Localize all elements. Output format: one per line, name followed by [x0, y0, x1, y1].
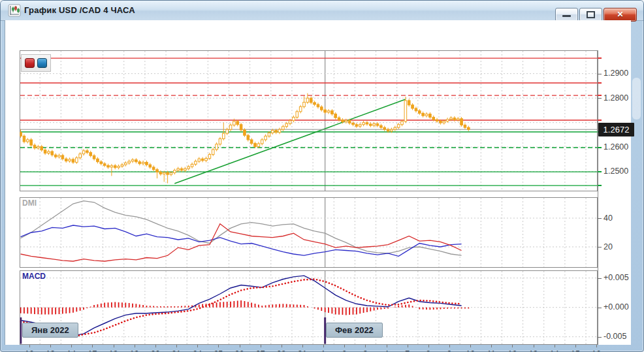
date-label: 31: [298, 349, 307, 352]
title-bar[interactable]: График USD /CAD 4 ЧАСА ✕: [1, 1, 643, 21]
axis-tick: [50, 345, 51, 347]
axis-tick: [598, 98, 602, 99]
date-label: 1: [321, 349, 326, 352]
axis-tick: [218, 345, 219, 347]
axis-tick: [428, 345, 429, 347]
date-label: 16: [592, 349, 601, 352]
price-label: 1.2800: [604, 93, 635, 103]
close-icon: ✕: [604, 8, 636, 20]
level-tick: [598, 185, 602, 186]
axis-tick: [71, 345, 72, 347]
axis-tick: [365, 345, 366, 347]
date-label: 27: [256, 349, 265, 352]
level-tick: [598, 120, 602, 121]
axis-tick: [534, 345, 534, 347]
close-button[interactable]: ✕: [604, 8, 637, 22]
date-label: 13: [46, 349, 55, 352]
level-tick: [598, 57, 602, 59]
current-price-tag: 1.2672: [598, 123, 634, 136]
date-label: 10: [466, 349, 475, 352]
maximize-button[interactable]: [579, 8, 602, 22]
dmi-panel[interactable]: [20, 197, 598, 268]
price-label: 1.2900: [604, 69, 635, 78]
axis-tick: [240, 345, 240, 347]
date-label: 8: [426, 349, 430, 352]
chart-toolbar: [21, 54, 51, 72]
axis-tick: [598, 308, 602, 308]
axis-tick: [598, 247, 602, 248]
date-label: 12: [25, 349, 34, 352]
date-label: 15: [571, 349, 580, 352]
maximize-icon: [587, 11, 595, 18]
price-label: 1.2500: [604, 167, 635, 176]
axis-tick: [387, 345, 387, 347]
axis-tick: [408, 345, 408, 347]
date-label: 20: [151, 349, 160, 352]
axis-tick: [344, 345, 345, 347]
macd-axis-label: -0.005: [604, 332, 635, 341]
date-label: 28: [277, 349, 286, 352]
axis-tick: [598, 74, 602, 74]
date-label: 14: [67, 349, 76, 352]
axis-tick: [598, 218, 602, 219]
axis-tick: [261, 345, 261, 347]
minimize-button[interactable]: [555, 8, 578, 22]
date-label: 19: [130, 349, 139, 352]
axis-tick: [470, 345, 471, 347]
date-label: 4: [384, 349, 389, 352]
minimize-icon: [562, 15, 571, 17]
level-tick: [598, 171, 602, 172]
month-badge-feb: Фев 2022: [326, 323, 383, 338]
date-label: 7: [405, 349, 410, 352]
price-panel[interactable]: [20, 50, 598, 191]
date-label: 3: [363, 349, 368, 352]
axis-tick: [114, 345, 114, 347]
blue-marker-button[interactable]: [37, 58, 47, 68]
date-label: 14: [550, 349, 559, 352]
date-label: 9: [447, 349, 452, 352]
level-tick: [598, 95, 602, 96]
macd-panel[interactable]: [20, 270, 598, 345]
chart-window: График USD /CAD 4 ЧАСА ✕ DMI MACD Янв 20…: [0, 0, 644, 352]
dmi-axis-label: 20: [604, 242, 635, 251]
axis-tick: [29, 345, 30, 347]
axis-tick: [92, 345, 93, 347]
date-label: 18: [109, 349, 118, 352]
axis-tick: [598, 278, 602, 279]
date-label: 17: [88, 349, 97, 352]
date-label: 25: [214, 349, 223, 352]
candlestick-chart-icon: [8, 4, 21, 17]
window-border-highlight: [632, 78, 641, 120]
date-label: 24: [193, 349, 202, 352]
axis-tick: [512, 345, 513, 347]
axis-tick: [449, 345, 450, 347]
axis-tick: [323, 345, 324, 347]
window-title: График USD /CAD 4 ЧАСА: [24, 1, 135, 20]
axis-tick: [135, 345, 135, 347]
macd-axis-label: +0.000: [604, 302, 635, 312]
dmi-axis-label: 40: [604, 214, 635, 223]
axis-tick: [282, 345, 282, 347]
chart-content: DMI MACD Янв 2022 Фев 2022 1.2672 1.2900…: [5, 20, 631, 345]
level-tick: [598, 82, 602, 84]
level-tick: [598, 147, 602, 148]
date-label: 2: [342, 349, 347, 352]
axis-tick: [155, 345, 156, 347]
month-badge-jan: Янв 2022: [22, 323, 78, 338]
macd-axis-label: +0.005: [604, 273, 635, 282]
axis-tick: [197, 345, 198, 347]
red-marker-button[interactable]: [25, 58, 35, 68]
axis-tick: [575, 345, 576, 347]
price-label: 1.2600: [604, 142, 635, 152]
axis-tick: [176, 345, 177, 347]
macd-label: MACD: [22, 272, 46, 281]
date-label: 11: [487, 349, 496, 352]
axis-tick: [302, 345, 303, 347]
date-label: 12: [507, 349, 517, 352]
axis-tick: [555, 345, 555, 347]
axis-tick: [598, 337, 602, 338]
dmi-label: DMI: [22, 199, 37, 208]
date-label: 26: [235, 349, 244, 352]
axis-tick: [596, 345, 597, 347]
axis-tick: [491, 345, 492, 347]
